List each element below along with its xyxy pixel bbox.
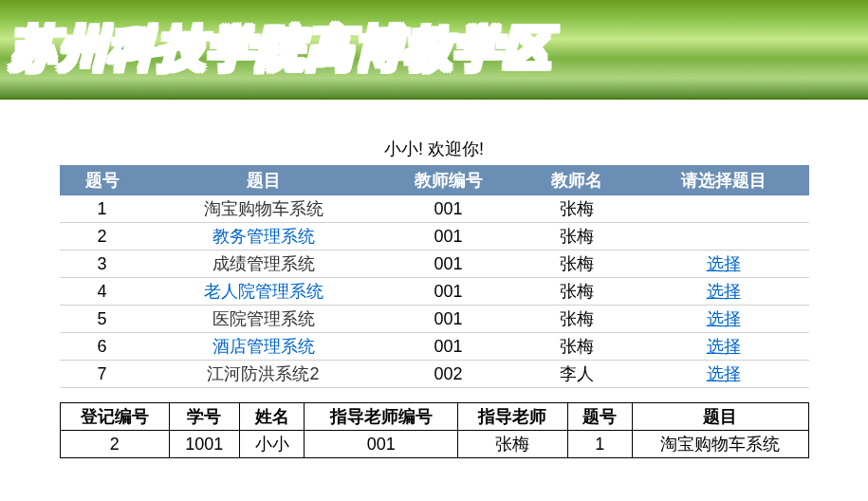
header-teacher-id: 教师编号: [382, 165, 515, 195]
teacher-name-cell: 李人: [515, 361, 638, 388]
teacher-name-cell: 张梅: [515, 223, 638, 250]
header-reg-topic-id: 题号: [567, 403, 633, 431]
teacher-name-cell: 张梅: [515, 306, 638, 333]
header-advisor-name: 指导老师: [458, 403, 567, 431]
select-cell: [638, 223, 809, 250]
welcome-message: 小小! 欢迎你!: [19, 138, 849, 160]
header-teacher-name: 教师名: [515, 165, 638, 195]
select-cell: 选择: [638, 361, 809, 388]
topic-id-cell: 7: [60, 361, 145, 388]
teacher-id-cell: 001: [382, 278, 515, 306]
topic-title-cell: 酒店管理系统: [145, 333, 382, 361]
registration-table: 登记编号 学号 姓名 指导老师编号 指导老师 题号 题目 2 1001 小小 0…: [60, 402, 809, 458]
teacher-id-cell: 001: [382, 223, 515, 250]
registration-row: 2 1001 小小 001 张梅 1 淘宝购物车系统: [60, 431, 808, 458]
topic-title-cell: 医院管理系统: [145, 306, 382, 333]
table-row: 6酒店管理系统001张梅选择: [60, 333, 809, 361]
table-row: 3成绩管理系统001张梅选择: [60, 250, 809, 278]
topic-title-cell: 老人院管理系统: [145, 278, 382, 306]
advisor-name-cell: 张梅: [458, 431, 567, 458]
main-content: 小小! 欢迎你! 题号 题目 教师编号 教师名 请选择题目 1淘宝购物车系统00…: [0, 100, 868, 468]
header-student-name: 姓名: [239, 403, 305, 431]
registration-header-row: 登记编号 学号 姓名 指导老师编号 指导老师 题号 题目: [60, 403, 808, 431]
topic-id-cell: 5: [60, 306, 145, 333]
teacher-id-cell: 001: [382, 306, 515, 333]
reg-topic-id-cell: 1: [567, 431, 633, 458]
table-row: 1淘宝购物车系统001张梅: [60, 195, 809, 223]
header-topic-id: 题号: [60, 165, 145, 195]
header-advisor-id: 指导老师编号: [305, 403, 458, 431]
topic-link[interactable]: 江河防洪系统2: [207, 364, 319, 383]
topic-id-cell: 3: [60, 250, 145, 278]
topic-title-cell: 淘宝购物车系统: [145, 195, 382, 223]
advisor-id-cell: 001: [305, 431, 458, 458]
student-id-cell: 1001: [169, 431, 239, 458]
select-link[interactable]: 选择: [707, 337, 741, 356]
teacher-name-cell: 张梅: [515, 278, 638, 306]
banner: 苏州科技学院高博教学区: [0, 0, 868, 100]
teacher-id-cell: 001: [382, 333, 515, 361]
topic-id-cell: 6: [60, 333, 145, 361]
table-row: 5医院管理系统001张梅选择: [60, 306, 809, 333]
topic-title-cell: 教务管理系统: [145, 223, 382, 250]
topic-link[interactable]: 成绩管理系统: [212, 254, 315, 273]
teacher-id-cell: 001: [382, 195, 515, 223]
header-reg-id: 登记编号: [60, 403, 169, 431]
topic-id-cell: 1: [60, 195, 145, 223]
teacher-name-cell: 张梅: [515, 195, 638, 223]
header-select: 请选择题目: [638, 165, 809, 195]
topic-link[interactable]: 老人院管理系统: [204, 282, 323, 301]
select-cell: 选择: [638, 278, 809, 306]
select-link[interactable]: 选择: [707, 282, 741, 301]
select-link[interactable]: 选择: [707, 309, 741, 328]
topic-link[interactable]: 酒店管理系统: [212, 337, 315, 356]
teacher-name-cell: 张梅: [515, 250, 638, 278]
topics-table: 题号 题目 教师编号 教师名 请选择题目 1淘宝购物车系统001张梅2教务管理系…: [60, 165, 809, 388]
header-student-id: 学号: [169, 403, 239, 431]
topic-title-cell: 成绩管理系统: [145, 250, 382, 278]
select-cell: [638, 195, 809, 223]
topic-link[interactable]: 淘宝购物车系统: [204, 199, 323, 218]
teacher-id-cell: 001: [382, 250, 515, 278]
select-link[interactable]: 选择: [707, 254, 741, 273]
banner-title: 苏州科技学院高博教学区: [9, 17, 552, 81]
table-row: 4老人院管理系统001张梅选择: [60, 278, 809, 306]
select-link[interactable]: 选择: [707, 364, 741, 383]
reg-topic-title-cell: 淘宝购物车系统: [633, 431, 808, 458]
topic-id-cell: 4: [60, 278, 145, 306]
teacher-id-cell: 002: [382, 361, 515, 388]
select-cell: 选择: [638, 250, 809, 278]
reg-id-cell: 2: [60, 431, 169, 458]
table-row: 2教务管理系统001张梅: [60, 223, 809, 250]
topic-id-cell: 2: [60, 223, 145, 250]
student-name-cell: 小小: [239, 431, 305, 458]
teacher-name-cell: 张梅: [515, 333, 638, 361]
select-cell: 选择: [638, 306, 809, 333]
topic-title-cell: 江河防洪系统2: [145, 361, 382, 388]
topic-link[interactable]: 教务管理系统: [212, 227, 315, 246]
header-reg-topic-title: 题目: [633, 403, 808, 431]
topics-header-row: 题号 题目 教师编号 教师名 请选择题目: [60, 165, 809, 195]
topic-link[interactable]: 医院管理系统: [212, 309, 315, 328]
select-cell: 选择: [638, 333, 809, 361]
table-row: 7江河防洪系统2002李人选择: [60, 361, 809, 388]
header-topic-title: 题目: [145, 165, 382, 195]
